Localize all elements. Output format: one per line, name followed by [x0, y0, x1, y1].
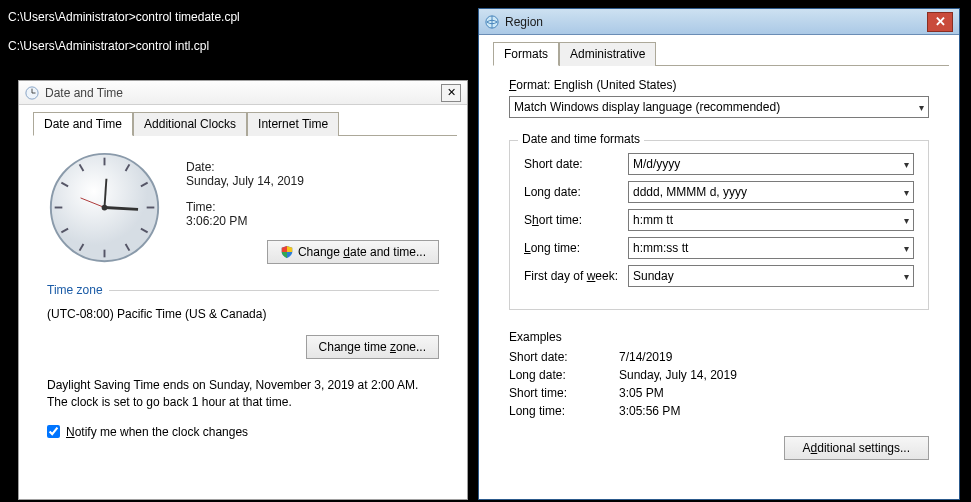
format-select[interactable]: Match Windows display language (recommen… [509, 96, 929, 118]
date-time-formats-group: Date and time formats Short date: M/d/yy… [509, 140, 929, 310]
date-time-title: Date and Time [45, 86, 441, 100]
change-timezone-button[interactable]: Change time zone... [306, 335, 439, 359]
ex-long-time-value: 3:05:56 PM [619, 404, 680, 418]
change-date-time-label: Change date and time... [298, 245, 426, 259]
region-titlebar[interactable]: Region ✕ [479, 9, 959, 35]
close-button[interactable]: ✕ [441, 84, 461, 102]
date-value: Sunday, July 14, 2019 [186, 174, 439, 188]
ex-short-time-label: Short time: [509, 386, 619, 400]
date-time-formats-title: Date and time formats [518, 132, 644, 146]
date-time-tabs: Date and Time Additional Clocks Internet… [33, 111, 457, 136]
timezone-section-label: Time zone [47, 283, 439, 297]
dst-text: Daylight Saving Time ends on Sunday, Nov… [47, 377, 439, 411]
tab-formats[interactable]: Formats [493, 42, 559, 66]
region-tabs: Formats Administrative [493, 41, 949, 66]
svg-line-16 [105, 208, 139, 210]
long-time-label: Long time: [524, 241, 628, 255]
shield-icon [280, 245, 294, 259]
tab-additional-clocks[interactable]: Additional Clocks [133, 112, 247, 136]
tab-administrative[interactable]: Administrative [559, 42, 656, 66]
tab-internet-time[interactable]: Internet Time [247, 112, 339, 136]
notify-label: Notify me when the clock changes [66, 425, 248, 439]
cmd-line-1: C:\Users\Administrator>control timedate.… [8, 8, 472, 27]
clock-icon [25, 86, 39, 100]
date-time-dialog: Date and Time ✕ Date and Time Additional… [18, 80, 468, 500]
long-date-select[interactable]: dddd, MMMM d, yyyy▾ [628, 181, 914, 203]
long-time-select[interactable]: h:mm:ss tt▾ [628, 237, 914, 259]
chevron-down-icon: ▾ [919, 102, 924, 113]
time-label: Time: [186, 200, 439, 214]
examples-title: Examples [509, 330, 929, 344]
chevron-down-icon: ▾ [904, 243, 909, 254]
ex-long-date-label: Long date: [509, 368, 619, 382]
chevron-down-icon: ▾ [904, 187, 909, 198]
first-day-label: First day of week: [524, 269, 628, 283]
analog-clock [47, 150, 162, 265]
format-select-value: Match Windows display language (recommen… [514, 100, 780, 114]
long-date-label: Long date: [524, 185, 628, 199]
short-time-select[interactable]: h:mm tt▾ [628, 209, 914, 231]
change-date-time-button[interactable]: Change date and time... [267, 240, 439, 264]
examples-section: Examples Short date:7/14/2019 Long date:… [509, 330, 929, 418]
first-day-select[interactable]: Sunday▾ [628, 265, 914, 287]
chevron-down-icon: ▾ [904, 215, 909, 226]
notify-checkbox[interactable] [47, 425, 60, 438]
ex-long-time-label: Long time: [509, 404, 619, 418]
chevron-down-icon: ▾ [904, 159, 909, 170]
region-dialog: Region ✕ Formats Administrative Format: … [478, 8, 960, 500]
region-title: Region [505, 15, 927, 29]
time-value: 3:06:20 PM [186, 214, 439, 228]
globe-icon [485, 15, 499, 29]
ex-short-date-value: 7/14/2019 [619, 350, 672, 364]
date-time-titlebar[interactable]: Date and Time ✕ [19, 81, 467, 105]
short-date-label: Short date: [524, 157, 628, 171]
date-label: Date: [186, 160, 439, 174]
chevron-down-icon: ▾ [904, 271, 909, 282]
timezone-value: (UTC-08:00) Pacific Time (US & Canada) [47, 307, 439, 321]
ex-short-date-label: Short date: [509, 350, 619, 364]
short-time-label: Short time: [524, 213, 628, 227]
short-date-select[interactable]: M/d/yyyy▾ [628, 153, 914, 175]
additional-settings-button[interactable]: Additional settings... [784, 436, 929, 460]
ex-short-time-value: 3:05 PM [619, 386, 664, 400]
ex-long-date-value: Sunday, July 14, 2019 [619, 368, 737, 382]
command-prompt: C:\Users\Administrator>control timedate.… [0, 0, 480, 80]
cmd-line-2: C:\Users\Administrator>control intl.cpl [8, 37, 472, 56]
format-label: Format: English (United States) [509, 78, 929, 92]
close-button[interactable]: ✕ [927, 12, 953, 32]
tab-date-and-time[interactable]: Date and Time [33, 112, 133, 136]
svg-point-19 [102, 205, 108, 211]
